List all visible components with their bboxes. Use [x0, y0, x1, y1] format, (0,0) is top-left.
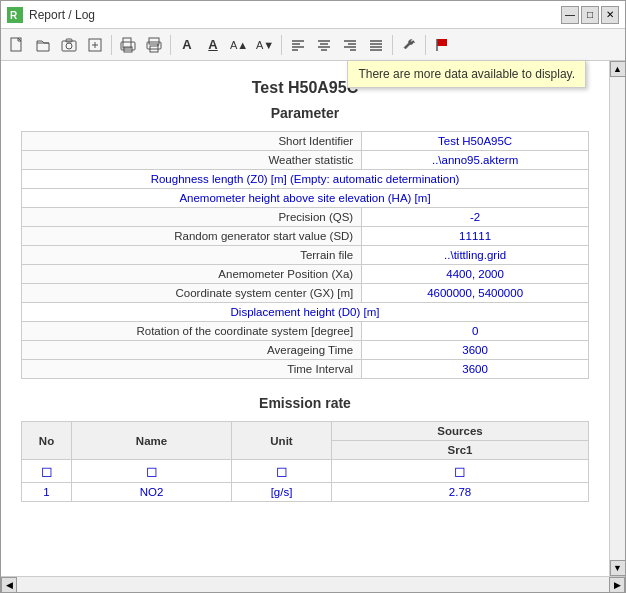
- emission-cell-unit: ◻: [232, 460, 332, 483]
- param-value: 3600: [362, 360, 589, 379]
- svg-text:R: R: [10, 10, 18, 21]
- param-value: 0: [362, 322, 589, 341]
- emission-cell-name: NO2: [72, 483, 232, 502]
- parameter-section-title: Parameter: [21, 105, 589, 121]
- title-bar: R Report / Log — □ ✕: [1, 1, 625, 29]
- scroll-down-arrow[interactable]: ▼: [610, 560, 626, 576]
- emission-section-title: Emission rate: [21, 395, 589, 411]
- scroll-right-arrow[interactable]: ▶: [609, 577, 625, 593]
- param-label-full: Anemometer height above site elevation (…: [22, 189, 589, 208]
- param-value: 11111: [362, 227, 589, 246]
- emission-cell-no: ◻: [22, 460, 72, 483]
- align-justify-button[interactable]: [364, 33, 388, 57]
- col-header-no: No: [22, 422, 72, 460]
- svg-rect-14: [149, 38, 159, 44]
- col-header-name: Name: [72, 422, 232, 460]
- param-value: -2: [362, 208, 589, 227]
- wrench-button[interactable]: [397, 33, 421, 57]
- toolbar: A A A▲ A▼: [1, 29, 625, 61]
- col-header-src1: Src1: [332, 441, 589, 460]
- table-row: Rotation of the coordinate system [degre…: [22, 322, 589, 341]
- table-row: Roughness length (Z0) [m] (Empty: automa…: [22, 170, 589, 189]
- align-right-button[interactable]: [338, 33, 362, 57]
- scroll-left-arrow[interactable]: ◀: [1, 577, 17, 593]
- table-row: Short IdentifierTest H50A95C: [22, 132, 589, 151]
- param-label: Terrain file: [22, 246, 362, 265]
- open-button[interactable]: [31, 33, 55, 57]
- param-label: Time Interval: [22, 360, 362, 379]
- table-row: Weather statistic..\anno95.akterm: [22, 151, 589, 170]
- col-header-unit: Unit: [232, 422, 332, 460]
- text-down-button[interactable]: A▼: [253, 33, 277, 57]
- table-row: Coordinate system center (GX) [m]4600000…: [22, 284, 589, 303]
- window-title: Report / Log: [29, 8, 95, 22]
- scrollbar-vertical[interactable]: ▲ ▼: [609, 61, 625, 576]
- separator-4: [392, 35, 393, 55]
- unknown-button[interactable]: [83, 33, 107, 57]
- tooltip-box: There are more data available to display…: [347, 60, 586, 88]
- emission-cell-unit: [g/s]: [232, 483, 332, 502]
- svg-point-17: [157, 44, 159, 46]
- align-center-button[interactable]: [312, 33, 336, 57]
- param-value: 4400, 2000: [362, 265, 589, 284]
- svg-point-6: [66, 43, 72, 49]
- text-b-button[interactable]: A: [201, 33, 225, 57]
- param-label: Averageing Time: [22, 341, 362, 360]
- emission-cell-no: 1: [22, 483, 72, 502]
- param-label-full: Roughness length (Z0) [m] (Empty: automa…: [22, 170, 589, 189]
- table-row: Precision (QS)-2: [22, 208, 589, 227]
- param-value: 3600: [362, 341, 589, 360]
- new-button[interactable]: [5, 33, 29, 57]
- text-a-icon: A: [182, 37, 191, 52]
- param-value: ..\tittling.grid: [362, 246, 589, 265]
- svg-rect-34: [437, 39, 447, 46]
- param-label-full: Displacement height (D0) [m]: [22, 303, 589, 322]
- emission-cell-name: ◻: [72, 460, 232, 483]
- main-window: R Report / Log — □ ✕: [0, 0, 626, 593]
- main-content[interactable]: Test H50A95C Parameter Short IdentifierT…: [1, 61, 609, 576]
- title-bar-left: R Report / Log: [7, 7, 95, 23]
- scroll-up-arrow[interactable]: ▲: [610, 61, 626, 77]
- close-button[interactable]: ✕: [601, 6, 619, 24]
- minimize-button[interactable]: —: [561, 6, 579, 24]
- separator-5: [425, 35, 426, 55]
- param-label: Random generator start value (SD): [22, 227, 362, 246]
- table-row: Displacement height (D0) [m]: [22, 303, 589, 322]
- emission-table: No Name Unit Sources Src1 ◻◻◻◻1NO2[g/s]2…: [21, 421, 589, 502]
- scroll-track-vertical[interactable]: [610, 77, 625, 560]
- param-label: Coordinate system center (GX) [m]: [22, 284, 362, 303]
- text-b-icon: A: [208, 37, 217, 52]
- align-left-button[interactable]: [286, 33, 310, 57]
- text-a-button[interactable]: A: [175, 33, 199, 57]
- scroll-track-horizontal[interactable]: [17, 577, 609, 592]
- col-header-sources: Sources: [332, 422, 589, 441]
- param-label: Anemometer Position (Xa): [22, 265, 362, 284]
- print-preview-button[interactable]: [116, 33, 140, 57]
- param-label: Short Identifier: [22, 132, 362, 151]
- text-up-icon: A▲: [230, 39, 248, 51]
- tooltip-text: There are more data available to display…: [358, 67, 575, 81]
- emission-cell-src1: 2.78: [332, 483, 589, 502]
- text-up-button[interactable]: A▲: [227, 33, 251, 57]
- parameter-table: Short IdentifierTest H50A95CWeather stat…: [21, 131, 589, 379]
- param-label: Rotation of the coordinate system [degre…: [22, 322, 362, 341]
- text-down-icon: A▼: [256, 39, 274, 51]
- maximize-button[interactable]: □: [581, 6, 599, 24]
- param-value: 4600000, 5400000: [362, 284, 589, 303]
- separator-1: [111, 35, 112, 55]
- table-row: Random generator start value (SD)11111: [22, 227, 589, 246]
- table-row: Anemometer height above site elevation (…: [22, 189, 589, 208]
- param-value: Test H50A95C: [362, 132, 589, 151]
- emission-cell-src1: ◻: [332, 460, 589, 483]
- table-row: Time Interval3600: [22, 360, 589, 379]
- flag-button[interactable]: [430, 33, 454, 57]
- param-value: ..\anno95.akterm: [362, 151, 589, 170]
- table-row: Anemometer Position (Xa)4400, 2000: [22, 265, 589, 284]
- table-row: Averageing Time3600: [22, 341, 589, 360]
- camera-button[interactable]: [57, 33, 81, 57]
- separator-2: [170, 35, 171, 55]
- separator-3: [281, 35, 282, 55]
- print-button[interactable]: [142, 33, 166, 57]
- scrollbar-horizontal[interactable]: ◀ ▶: [1, 576, 625, 592]
- param-label: Precision (QS): [22, 208, 362, 227]
